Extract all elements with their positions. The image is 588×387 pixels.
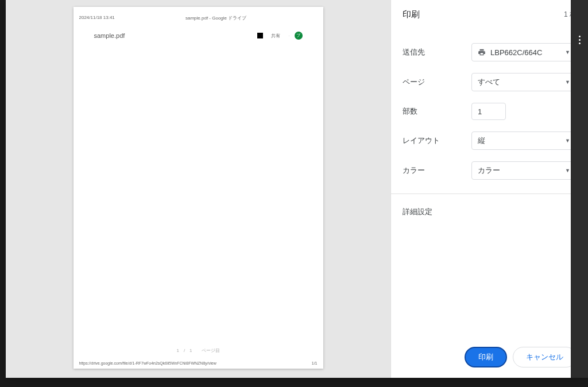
label-advanced: 詳細設定 bbox=[403, 207, 432, 217]
copies-input[interactable] bbox=[471, 103, 506, 120]
color-select[interactable]: カラー ▼ bbox=[471, 161, 577, 180]
share-label: 共有 bbox=[268, 33, 284, 39]
cancel-button[interactable]: キャンセル bbox=[513, 347, 577, 367]
dialog-footer: 印刷 キャンセル bbox=[391, 339, 588, 378]
preview-footer-page: 1/1 bbox=[312, 361, 318, 365]
cancel-button-label: キャンセル bbox=[526, 352, 563, 362]
preview-page-header: 2024/11/18 13:41 sample.pdf - Google ドライ… bbox=[74, 7, 323, 24]
print-settings-pane: 印刷 1 枚 送信先 LBP662C/664C ▼ bbox=[390, 0, 588, 378]
pages-select[interactable]: すべて ▼ bbox=[471, 73, 577, 91]
preview-page: 2024/11/18 13:41 sample.pdf - Google ドライ… bbox=[74, 7, 323, 369]
row-layout: レイアウト 縦 ▼ bbox=[403, 131, 577, 150]
label-layout: レイアウト bbox=[403, 136, 471, 146]
label-pages: ページ bbox=[403, 77, 471, 87]
preview-doc-actions: 共有 · プ bbox=[257, 32, 302, 40]
chevron-down-icon: ▼ bbox=[565, 49, 570, 55]
divider: · bbox=[288, 33, 289, 38]
preview-doc-titlebar: sample.pdf 共有 · プ bbox=[74, 24, 323, 40]
dot-icon bbox=[579, 36, 581, 37]
preview-page-footer: https://drive.google.com/file/d/1-RF7wFo… bbox=[79, 361, 318, 365]
preview-timestamp: 2024/11/18 13:41 bbox=[79, 15, 115, 21]
chevron-down-icon: ▼ bbox=[565, 79, 570, 85]
printer-icon bbox=[478, 48, 486, 56]
label-destination: 送信先 bbox=[403, 47, 471, 57]
chevron-down-icon: ▼ bbox=[565, 138, 570, 144]
preview-footer-url: https://drive.google.com/file/d/1-RF7wFo… bbox=[79, 361, 216, 365]
pages-value: すべて bbox=[478, 77, 500, 87]
dot-icon bbox=[579, 42, 581, 44]
row-destination: 送信先 LBP662C/664C ▼ bbox=[403, 43, 577, 61]
preview-header-title: sample.pdf - Google ドライブ bbox=[185, 15, 246, 21]
preview-page-indicator: 1 / 1 ページ目 bbox=[74, 347, 323, 354]
settings-body: 送信先 LBP662C/664C ▼ ページ bbox=[391, 29, 588, 194]
browser-side-strip bbox=[571, 0, 588, 378]
print-button[interactable]: 印刷 bbox=[465, 347, 507, 367]
more-menu-button[interactable] bbox=[579, 36, 581, 44]
settings-header: 印刷 1 枚 bbox=[391, 0, 588, 29]
layout-value: 縦 bbox=[478, 136, 485, 146]
row-pages: ページ すべて ▼ bbox=[403, 73, 577, 91]
preview-doc-title: sample.pdf bbox=[94, 32, 125, 39]
avatar: プ bbox=[295, 32, 303, 40]
print-dialog: 2024/11/18 13:41 sample.pdf - Google ドライ… bbox=[6, 0, 588, 378]
chevron-down-icon: ▼ bbox=[565, 168, 570, 173]
destination-select[interactable]: LBP662C/664C ▼ bbox=[471, 43, 577, 61]
row-color: カラー カラー ▼ bbox=[403, 161, 577, 180]
color-value: カラー bbox=[478, 165, 500, 176]
label-color: カラー bbox=[403, 165, 471, 176]
dialog-title: 印刷 bbox=[403, 9, 420, 20]
row-copies: 部数 bbox=[403, 103, 577, 120]
advanced-settings-toggle[interactable]: 詳細設定 bbox=[391, 194, 588, 230]
print-preview-pane: 2024/11/18 13:41 sample.pdf - Google ドライ… bbox=[6, 0, 390, 378]
label-copies: 部数 bbox=[403, 106, 471, 117]
app-icon bbox=[257, 33, 263, 38]
dot-icon bbox=[579, 39, 581, 41]
destination-value: LBP662C/664C bbox=[490, 48, 542, 57]
layout-select[interactable]: 縦 ▼ bbox=[471, 131, 577, 150]
print-button-label: 印刷 bbox=[478, 352, 493, 362]
avatar-initial: プ bbox=[296, 33, 300, 38]
